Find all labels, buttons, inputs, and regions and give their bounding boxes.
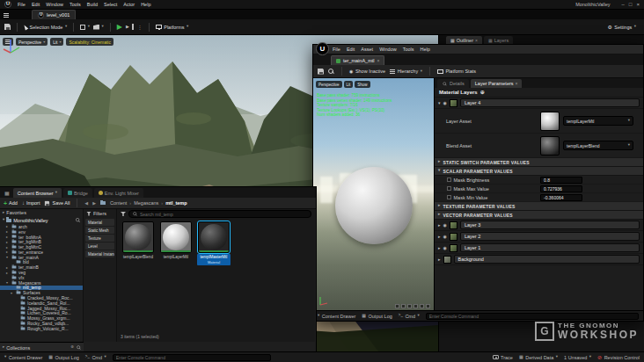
layer-name-button[interactable]: Layer 1: [460, 243, 640, 252]
menu-item[interactable]: File: [18, 2, 26, 7]
search-icon[interactable]: [77, 345, 81, 350]
menu-item[interactable]: File: [333, 47, 340, 52]
back-button[interactable]: [84, 201, 88, 206]
preview-view-button[interactable]: Perspective: [316, 81, 342, 88]
menu-item[interactable]: Edit: [347, 47, 355, 52]
background-layer-button[interactable]: Background: [454, 255, 640, 264]
tab-content-browser[interactable]: Content Browser: [13, 188, 62, 198]
preview-icon[interactable]: [420, 304, 424, 308]
breadcrumb-item[interactable]: mtl_temp: [165, 200, 187, 206]
section-vector[interactable]: VECTOR PARAMETER VALUES: [435, 211, 643, 220]
tab-details[interactable]: Details: [437, 79, 469, 88]
revision-control-button[interactable]: Revision Control: [597, 355, 640, 360]
parameter-value-field[interactable]: 0.8: [540, 177, 582, 184]
play-button[interactable]: [117, 24, 122, 31]
drawer-grid-icon[interactable]: [4, 191, 10, 196]
browse-icon[interactable]: [328, 69, 334, 75]
unsaved-dropdown[interactable]: 1 Unsaved: [564, 355, 591, 360]
asset-tab[interactable]: ter_mainA_mtl: [331, 55, 384, 65]
preview-icon[interactable]: [395, 304, 399, 308]
menu-item[interactable]: Edit: [32, 2, 40, 7]
asset-search-input[interactable]: [140, 212, 308, 217]
menu-item[interactable]: Help: [421, 47, 430, 52]
add-layer-icon[interactable]: [480, 90, 485, 95]
close-icon[interactable]: [516, 82, 518, 86]
cmd-dropdown[interactable]: Cmd: [399, 314, 420, 319]
filter-item[interactable]: Level: [85, 243, 114, 250]
asset-tile[interactable]: templLayerMtl Material: [159, 221, 193, 265]
funnel-icon[interactable]: [121, 212, 126, 216]
search-icon[interactable]: [76, 218, 80, 222]
save-icon[interactable]: [318, 69, 324, 75]
close-icon[interactable]: [377, 59, 379, 63]
layer-row[interactable]: Layer 3: [435, 220, 643, 231]
layer-row[interactable]: Layer 1: [435, 243, 643, 254]
preview-view-button[interactable]: Lit: [344, 81, 354, 88]
menu-item[interactable]: Tools: [70, 2, 81, 7]
sidebar-toggle-icon[interactable]: [4, 13, 9, 18]
expander-caret[interactable]: [438, 246, 441, 250]
asset-tile[interactable]: templMasterMtl Material: [197, 221, 231, 265]
filter-item[interactable]: Material: [85, 219, 114, 226]
console-command-input[interactable]: [426, 313, 639, 320]
parameter-value-field[interactable]: 0.727936: [540, 185, 582, 192]
minimize-button[interactable]: –: [622, 2, 625, 7]
content-drawer-button[interactable]: Content Drawer: [4, 355, 42, 360]
preview-icon[interactable]: [401, 304, 406, 308]
override-checkbox[interactable]: [447, 186, 451, 191]
menu-item[interactable]: Actor: [123, 2, 135, 7]
layer-name-button[interactable]: Layer 3: [460, 221, 640, 229]
tab-env-light-mixer[interactable]: Env. Light Mixer: [94, 188, 143, 198]
background-layer-row[interactable]: Background: [435, 254, 643, 265]
parameter-value-field[interactable]: -0.360064: [540, 194, 582, 201]
tree-root-row[interactable]: MonolithicValley: [0, 216, 83, 224]
lit-dropdown[interactable]: Lit: [50, 38, 63, 46]
blend-asset-combobox[interactable]: templLayerBlend: [563, 141, 633, 150]
material-preview-viewport[interactable]: PerspectiveLitShow Base pass shader: 759…: [313, 78, 435, 312]
forward-button[interactable]: [92, 201, 96, 206]
expander-caret[interactable]: [438, 223, 441, 228]
filter-item[interactable]: Material Instance: [85, 250, 114, 257]
section-scalar[interactable]: SCALAR PARAMETER VALUES: [435, 167, 643, 176]
layer-visibility-icon[interactable]: [443, 246, 447, 250]
settings-dropdown[interactable]: Settings: [607, 25, 636, 30]
layer-name-button[interactable]: Layer 2: [460, 232, 640, 241]
layer-visibility-icon[interactable]: [443, 101, 447, 105]
import-button[interactable]: Import: [22, 200, 40, 206]
favorites-header[interactable]: Favorites: [0, 209, 83, 216]
layer-name-button[interactable]: Layer 4: [460, 98, 640, 107]
maximize-button[interactable]: □: [629, 2, 633, 7]
expander-caret[interactable]: [438, 257, 441, 262]
menu-item[interactable]: Window: [379, 47, 397, 52]
filter-item[interactable]: Texture: [85, 235, 114, 242]
tab-layer-parameters[interactable]: Layer Parameters: [471, 79, 523, 88]
tree-folder-item[interactable]: Rough_Volcanic_R...: [0, 326, 83, 331]
add-button[interactable]: Add: [4, 200, 18, 206]
cinematics-dropdown[interactable]: [93, 25, 104, 30]
scalability-badge[interactable]: Scalability: Cinematic: [66, 38, 113, 46]
tab-bridge[interactable]: Bridge: [63, 188, 92, 198]
layer-row-expanded[interactable]: Layer 4: [435, 98, 643, 109]
content-drawer-button[interactable]: Content Drawer: [318, 314, 355, 319]
expander-caret[interactable]: [438, 101, 441, 105]
save-all-button[interactable]: Save All: [44, 200, 70, 206]
output-log-button[interactable]: Output Log: [362, 314, 392, 319]
add-collection-icon[interactable]: [70, 345, 74, 350]
section-texture[interactable]: TEXTURE PARAMETER VALUES: [435, 202, 643, 211]
section-static-switch[interactable]: STATIC SWITCH PARAMETER VALUES: [435, 158, 643, 167]
override-checkbox[interactable]: [447, 195, 451, 199]
trace-button[interactable]: Trace: [493, 355, 513, 360]
preview-icon[interactable]: [413, 304, 418, 308]
show-inactive-button[interactable]: Show Inactive: [349, 69, 385, 74]
cmd-dropdown[interactable]: Cmd: [85, 355, 106, 360]
blend-asset-thumbnail[interactable]: [540, 136, 560, 156]
menu-item[interactable]: Window: [46, 2, 63, 7]
layer-asset-combobox[interactable]: templLayerMtl: [563, 116, 633, 126]
layer-visibility-icon[interactable]: [443, 223, 447, 228]
quick-add-dropdown[interactable]: [80, 25, 90, 30]
selection-mode-dropdown[interactable]: Selection Mode: [24, 25, 67, 30]
menu-item[interactable]: Asset: [361, 47, 373, 52]
layer-visibility-icon[interactable]: [443, 235, 447, 239]
preview-icon[interactable]: [407, 304, 412, 308]
override-checkbox[interactable]: [447, 177, 451, 182]
